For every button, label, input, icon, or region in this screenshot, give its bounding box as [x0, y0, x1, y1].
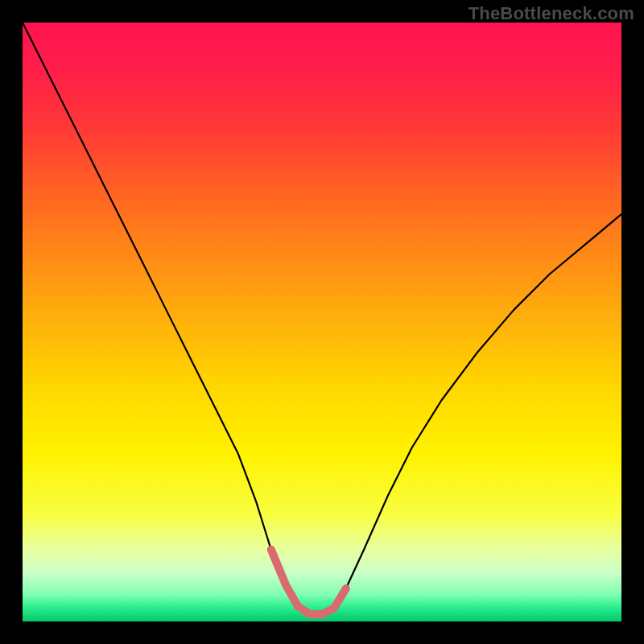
watermark-text: TheBottleneck.com: [469, 3, 634, 24]
plot-inner: [23, 23, 621, 621]
bottleneck-curve: [23, 23, 621, 614]
chart-frame: TheBottleneck.com: [0, 0, 644, 644]
curve-layer: [23, 23, 621, 621]
bottom-highlight: [271, 550, 346, 614]
plot-area: [23, 23, 621, 621]
